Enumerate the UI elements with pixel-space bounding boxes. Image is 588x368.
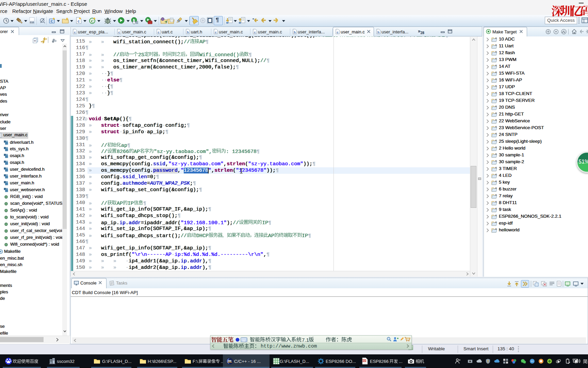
svg-text:c: c <box>495 37 497 40</box>
svg-text:h: h <box>377 31 379 34</box>
svg-text:c: c <box>495 112 497 114</box>
svg-text:c: c <box>495 139 497 142</box>
svg-text:PDF: PDF <box>362 360 366 362</box>
svg-text:c: c <box>495 85 497 87</box>
svg-text:c: c <box>495 146 497 149</box>
svg-text:c: c <box>118 31 120 34</box>
svg-text:h: h <box>294 31 296 34</box>
svg-text:c: c <box>495 44 497 46</box>
svg-text:c: c <box>495 187 497 189</box>
svg-text:c: c <box>495 166 497 169</box>
svg-text:c: c <box>215 31 217 34</box>
svg-text:c: c <box>495 153 497 155</box>
svg-text:010: 010 <box>30 21 34 24</box>
svg-text:c: c <box>495 98 497 101</box>
svg-text:c: c <box>254 31 256 34</box>
svg-text:c: c <box>495 78 497 80</box>
svg-text:c: c <box>495 91 497 94</box>
svg-text:c: c <box>495 119 497 121</box>
svg-text:c: c <box>495 64 497 67</box>
svg-text:C: C <box>51 19 53 23</box>
svg-text:c: c <box>495 50 497 53</box>
svg-text:c: c <box>495 207 497 210</box>
svg-text:c: c <box>495 200 497 203</box>
svg-text:c: c <box>74 31 76 34</box>
svg-text:C: C <box>91 19 94 23</box>
svg-text:c: c <box>495 125 497 128</box>
svg-text:c: c <box>158 31 160 34</box>
svg-text:c: c <box>495 173 497 176</box>
svg-text:c: c <box>495 105 497 108</box>
svg-text:c: c <box>495 132 497 135</box>
svg-text:c: c <box>78 19 80 24</box>
svg-text:h: h <box>187 31 189 34</box>
svg-text:c: c <box>495 180 497 183</box>
svg-text:c: c <box>495 214 497 217</box>
svg-text:c: c <box>495 57 497 60</box>
svg-text:c: c <box>495 228 497 230</box>
svg-text:c: c <box>337 31 339 34</box>
svg-text:c: c <box>495 159 497 162</box>
svg-text:c: c <box>495 221 497 224</box>
svg-text:c: c <box>495 194 497 196</box>
svg-text:c: c <box>495 71 497 74</box>
